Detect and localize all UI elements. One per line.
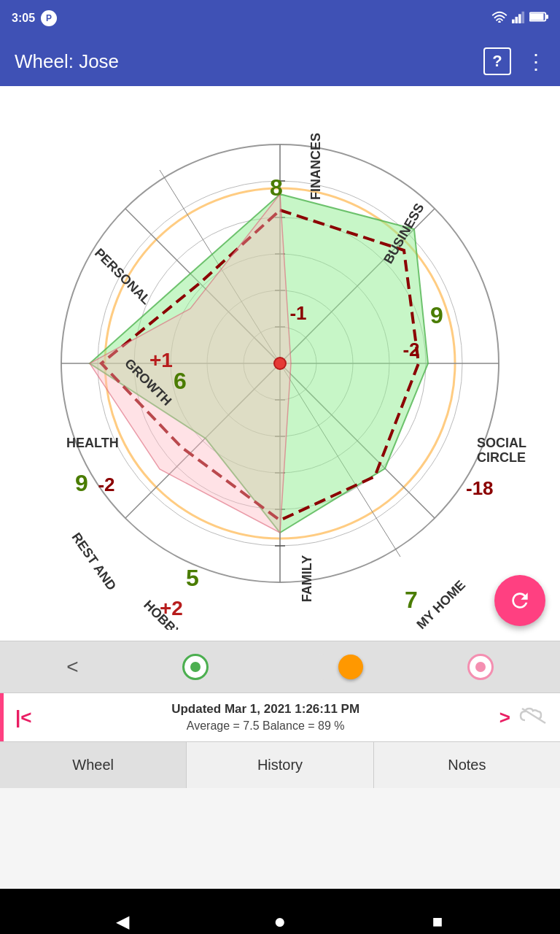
legend-toggle[interactable] (312, 654, 363, 680)
svg-text:5: 5 (186, 565, 199, 591)
signal-icon (512, 10, 525, 26)
svg-point-0 (498, 20, 501, 23)
svg-marker-33 (90, 194, 291, 533)
svg-text:CIRCLE: CIRCLE (477, 450, 526, 465)
help-button[interactable]: ? (483, 47, 511, 75)
svg-text:REST AND: REST AND (69, 530, 120, 593)
p-icon: P (41, 10, 57, 26)
legend-bar: < (0, 641, 560, 693)
svg-rect-4 (522, 12, 525, 23)
back-button[interactable]: ◀ (104, 903, 141, 934)
svg-rect-6 (530, 13, 544, 20)
svg-text:HEALTH: HEALTH (66, 436, 119, 450)
svg-text:-18: -18 (466, 477, 494, 499)
svg-text:8: 8 (270, 174, 283, 201)
svg-text:-1: -1 (289, 302, 306, 324)
prev-button[interactable]: < (66, 655, 78, 679)
svg-text:9: 9 (75, 470, 88, 496)
tab-history[interactable]: History (187, 742, 373, 788)
average-text: Average = 7.5 Balance = 89 % (31, 719, 499, 733)
nav-bar: ◀ ● ■ (0, 889, 560, 934)
svg-text:PERSONAL: PERSONAL (92, 245, 154, 307)
main-content: .axis-label { font-size: 18px; font-weig… (0, 86, 560, 889)
svg-text:+1: +1 (149, 349, 173, 371)
svg-rect-2 (516, 17, 518, 23)
svg-rect-7 (545, 15, 548, 19)
chart-container: .axis-label { font-size: 18px; font-weig… (0, 86, 560, 641)
svg-rect-1 (512, 20, 515, 23)
tab-wheel[interactable]: Wheel (0, 742, 187, 788)
svg-text:7: 7 (405, 587, 418, 613)
legend-pink-dot[interactable] (467, 654, 494, 680)
cloud-icon (519, 706, 548, 729)
svg-text:FINANCES: FINANCES (308, 133, 323, 200)
svg-text:9: 9 (430, 302, 443, 328)
svg-point-34 (274, 358, 286, 369)
svg-text:MY HOME: MY HOME (413, 577, 468, 630)
svg-text:+2: +2 (160, 597, 183, 620)
last-nav-button[interactable]: > (499, 706, 510, 729)
first-nav-button[interactable]: |< (15, 706, 31, 729)
tab-notes[interactable]: Notes (374, 742, 560, 788)
more-button[interactable]: ⋮ (526, 50, 545, 74)
updated-text: Updated Mar 1, 2021 1:26:11 PM (31, 702, 499, 717)
recent-button[interactable]: ■ (419, 903, 456, 934)
status-bar: 3:05 P (0, 0, 560, 36)
legend-green-dot[interactable] (182, 654, 209, 680)
svg-rect-3 (518, 14, 521, 23)
wifi-icon (491, 11, 508, 26)
svg-text:-2: -2 (98, 474, 114, 495)
bottom-tabs: Wheel History Notes (0, 741, 560, 788)
legend-toggle-thumb (338, 655, 363, 679)
info-text: Updated Mar 1, 2021 1:26:11 PM Average =… (31, 702, 499, 733)
svg-text:FAMILY: FAMILY (300, 555, 314, 602)
info-bar: |< Updated Mar 1, 2021 1:26:11 PM Averag… (0, 693, 560, 741)
refresh-fab[interactable] (494, 575, 545, 626)
battery-icon (529, 11, 548, 26)
home-button[interactable]: ● (262, 903, 298, 934)
svg-text:-2: -2 (402, 339, 419, 360)
radar-chart: .axis-label { font-size: 18px; font-weig… (14, 97, 546, 630)
app-title: Wheel: Jose (15, 50, 119, 73)
svg-text:SOCIAL: SOCIAL (477, 436, 526, 450)
app-bar: Wheel: Jose ? ⋮ (0, 36, 560, 86)
status-time: 3:05 (12, 12, 35, 25)
svg-text:6: 6 (174, 368, 187, 394)
app-bar-actions: ? ⋮ (483, 47, 545, 75)
